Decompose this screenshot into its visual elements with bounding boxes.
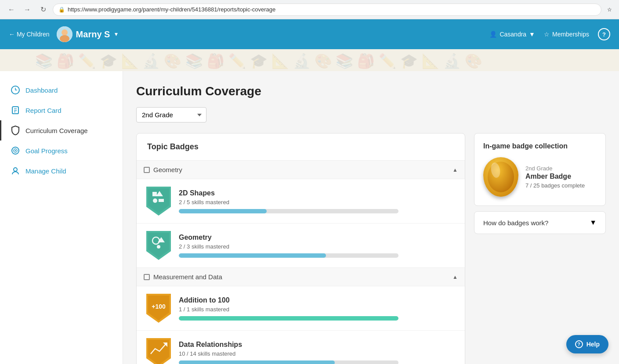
badge-item-data-relationships: Data Relationships 10 / 14 skills master… bbox=[137, 331, 465, 364]
svg-point-23 bbox=[157, 245, 160, 249]
sidebar-goal-label: Goal Progress bbox=[25, 147, 68, 155]
sidebar: Dashboard Report Card Curriculum Coverag… bbox=[0, 71, 123, 364]
measurement-section-header[interactable]: Measurement and Data ▲ bbox=[137, 268, 465, 286]
memberships-label: Memberships bbox=[552, 31, 589, 38]
2d-shapes-progress-track bbox=[179, 209, 398, 213]
geometry-section-left: Geometry bbox=[144, 166, 182, 173]
refresh-btn[interactable]: ↻ bbox=[37, 4, 49, 16]
url-text: https://www.prodigygame.org/parent/my-ch… bbox=[68, 6, 275, 13]
addition-badge-icon: +100 bbox=[145, 293, 172, 323]
svg-point-17 bbox=[153, 198, 157, 203]
badge-count: 7 / 25 badges complete bbox=[525, 182, 585, 189]
topics-panel-header: Topic Badges bbox=[137, 133, 465, 161]
sidebar-curriculum-label: Curriculum Coverage bbox=[25, 127, 88, 134]
geometry-collapse-arrow: ▲ bbox=[452, 167, 458, 173]
geometry-section-label: Geometry bbox=[153, 166, 182, 173]
geometry-progress-fill bbox=[179, 253, 326, 258]
page-layout: Dashboard Report Card Curriculum Coverag… bbox=[0, 71, 619, 364]
report-icon bbox=[11, 105, 20, 115]
badge-grade: 2nd Grade bbox=[525, 165, 585, 172]
memberships-link[interactable]: ☆ Memberships bbox=[544, 31, 589, 38]
badge-item-2d-shapes: 2D Shapes 2 / 5 skills mastered bbox=[137, 179, 465, 223]
back-btn[interactable]: ← bbox=[5, 4, 18, 16]
2d-shapes-skills: 2 / 5 skills mastered bbox=[179, 199, 456, 205]
data-relationships-progress-fill bbox=[179, 360, 335, 364]
badge-collection-card: In-game badge collection 2nd Grade Amber… bbox=[474, 133, 606, 206]
addition-skills: 1 / 1 skills mastered bbox=[179, 306, 456, 313]
sidebar-item-manage-child[interactable]: Manage Child bbox=[0, 161, 123, 181]
star-icon[interactable]: ☆ bbox=[605, 5, 614, 14]
badge-text-info: 2nd Grade Amber Badge 7 / 25 badges comp… bbox=[525, 165, 585, 189]
geometry-badge-name: Geometry bbox=[179, 234, 456, 241]
how-badges-text: How do badges work? bbox=[483, 219, 548, 227]
child-name: Marny S bbox=[76, 29, 110, 40]
measurement-square-icon bbox=[144, 274, 150, 280]
coin-badge bbox=[483, 157, 518, 197]
grade-select-wrap: Kindergarten 1st Grade 2nd Grade 3rd Gra… bbox=[136, 107, 606, 123]
geometry-info: Geometry 2 / 3 skills mastered bbox=[179, 234, 456, 258]
svg-point-2 bbox=[60, 35, 69, 42]
badge-panel: In-game badge collection 2nd Grade Amber… bbox=[474, 133, 606, 234]
lock-icon: 🔒 bbox=[58, 7, 65, 13]
sidebar-item-dashboard[interactable]: Dashboard bbox=[0, 80, 123, 100]
svg-text:📚 🎒 ✏️ 🎓 📐 🔬 🎨 📚 🎒 ✏️ : 📚 🎒 ✏️ 🎓 📐 🔬 🎨 📚 🎒 ✏️ 🎓 📐 🔬 🎨 📚 🎒 ✏️ 🎓 📐… bbox=[35, 53, 482, 69]
svg-point-12 bbox=[14, 168, 17, 171]
badge-collection-content: 2nd Grade Amber Badge 7 / 25 badges comp… bbox=[483, 157, 597, 197]
measurement-collapse-arrow: ▲ bbox=[452, 274, 458, 280]
how-badges-btn[interactable]: How do badges work? ▼ bbox=[474, 211, 606, 234]
2d-shapes-badge-icon bbox=[145, 186, 172, 216]
grade-select[interactable]: Kindergarten 1st Grade 2nd Grade 3rd Gra… bbox=[136, 107, 206, 123]
geometry-skills: 2 / 3 skills mastered bbox=[179, 243, 456, 250]
help-circle-icon: ? bbox=[575, 340, 583, 348]
geometry-progress-track bbox=[179, 253, 398, 258]
decorative-banner: 📚 🎒 ✏️ 🎓 📐 🔬 🎨 📚 🎒 ✏️ 🎓 📐 🔬 🎨 📚 🎒 ✏️ 🎓 📐… bbox=[0, 49, 619, 71]
sidebar-report-card-label: Report Card bbox=[25, 107, 62, 114]
how-badges-arrow: ▼ bbox=[590, 219, 597, 227]
2d-shapes-progress-fill bbox=[179, 209, 267, 213]
sidebar-item-report-card[interactable]: Report Card bbox=[0, 100, 123, 120]
top-nav: ← My Children Marny S ▼ 👤 Casandra ▼ ☆ M… bbox=[0, 19, 619, 49]
2d-shapes-info: 2D Shapes 2 / 5 skills mastered bbox=[179, 189, 456, 213]
url-bar[interactable]: 🔒 https://www.prodigygame.org/parent/my-… bbox=[53, 4, 601, 16]
goal-icon bbox=[11, 146, 20, 155]
svg-point-1 bbox=[62, 29, 68, 36]
user-icon: 👤 bbox=[489, 31, 497, 38]
child-selector[interactable]: Marny S ▼ bbox=[57, 26, 119, 42]
badge-collection-title: In-game badge collection bbox=[483, 142, 597, 150]
help-button-label: Help bbox=[586, 341, 600, 348]
dashboard-icon bbox=[11, 85, 20, 95]
badge-item-geometry: Geometry 2 / 3 skills mastered bbox=[137, 223, 465, 268]
data-relationships-skills: 10 / 14 skills mastered bbox=[179, 350, 456, 357]
addition-progress-track bbox=[179, 316, 398, 321]
measurement-section-left: Measurement and Data bbox=[144, 273, 222, 281]
star-memberships-icon: ☆ bbox=[544, 31, 550, 38]
2d-shapes-name: 2D Shapes bbox=[179, 189, 456, 197]
measurement-section-label: Measurement and Data bbox=[153, 273, 222, 281]
addition-progress-fill bbox=[179, 316, 398, 321]
page-title: Curriculum Coverage bbox=[136, 84, 606, 98]
sidebar-dashboard-label: Dashboard bbox=[25, 86, 58, 94]
sidebar-item-curriculum[interactable]: Curriculum Coverage bbox=[0, 120, 123, 141]
forward-btn[interactable]: → bbox=[21, 4, 33, 16]
help-button[interactable]: ? Help bbox=[566, 335, 608, 353]
help-circle[interactable]: ? bbox=[598, 28, 610, 40]
main-content: Curriculum Coverage Kindergarten 1st Gra… bbox=[123, 71, 619, 364]
back-to-children[interactable]: ← My Children bbox=[9, 31, 50, 38]
data-relationships-progress-track bbox=[179, 360, 398, 364]
content-row: Topic Badges Geometry ▲ bbox=[136, 133, 606, 364]
top-nav-right: 👤 Casandra ▼ ☆ Memberships ? bbox=[489, 28, 610, 40]
sidebar-item-goal-progress[interactable]: Goal Progress bbox=[0, 141, 123, 161]
svg-point-11 bbox=[15, 150, 16, 151]
user-menu[interactable]: 👤 Casandra ▼ bbox=[489, 31, 535, 38]
data-relationships-info: Data Relationships 10 / 14 skills master… bbox=[179, 341, 456, 364]
data-relationships-name: Data Relationships bbox=[179, 341, 456, 349]
badge-name-text: Amber Badge bbox=[525, 173, 585, 180]
svg-rect-15 bbox=[152, 192, 157, 196]
user-name: Casandra bbox=[500, 31, 526, 38]
addition-info: Addition to 100 1 / 1 skills mastered bbox=[179, 296, 456, 321]
child-dropdown-arrow: ▼ bbox=[113, 31, 119, 37]
user-dropdown-arrow: ▼ bbox=[529, 31, 535, 38]
topics-header-title: Topic Badges bbox=[147, 142, 199, 151]
geometry-section-header[interactable]: Geometry ▲ bbox=[137, 161, 465, 179]
data-relationships-badge-icon bbox=[145, 338, 172, 364]
